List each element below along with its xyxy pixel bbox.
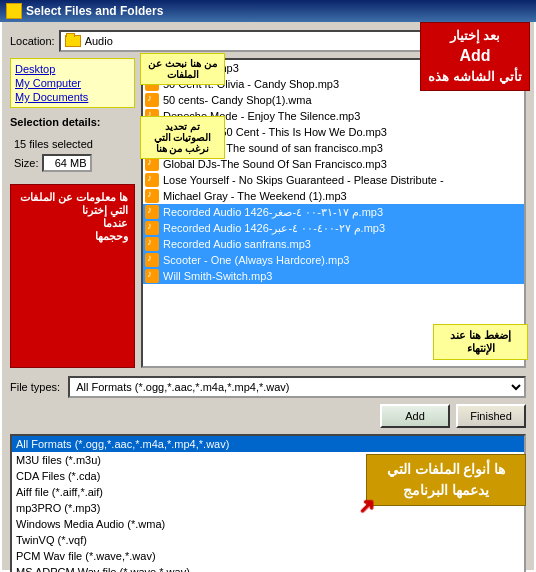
dropdown-item[interactable]: All Formats (*.ogg,*.aac,*.m4a,*.mp4,*.w…: [12, 436, 524, 452]
content-area: Desktop My Computer My Documents من هنا …: [10, 58, 526, 368]
file-item[interactable]: 50 Cent ft. Olivia - Candy Shop.mp3: [143, 76, 524, 92]
file-types-dropdown[interactable]: All Formats (*.ogg,*.aac,*.m4a,*.mp4,*.w…: [10, 434, 526, 572]
music-file-icon: [145, 253, 159, 267]
title-bar: Select Files and Folders: [0, 0, 536, 22]
nav-section: Desktop My Computer My Documents من هنا …: [10, 58, 135, 108]
music-file-icon: [145, 77, 159, 91]
dropdown-item[interactable]: TwinVQ (*.vqf): [12, 532, 524, 548]
dialog: بعد إختيار Add تأتي الشاشه هذه Location:…: [0, 22, 536, 572]
file-name: 09 Track 9.mp3: [163, 62, 239, 74]
dropdown-area: All Formats (*.ogg,*.aac,*.m4a,*.mp4,*.w…: [10, 434, 526, 572]
file-name: Game feat. 50 Cent - This Is How We Do.m…: [163, 126, 387, 138]
bottom-area: File types: All Formats (*.ogg,*.aac,*.m…: [10, 376, 526, 572]
file-item[interactable]: Global DJs - The sound of san francisco.…: [143, 140, 524, 156]
nav-desktop[interactable]: Desktop: [15, 63, 130, 75]
location-label: Location:: [10, 35, 55, 47]
file-list-wrapper: 09 Track 9.mp350 Cent ft. Olivia - Candy…: [141, 58, 526, 368]
music-file-icon: [145, 141, 159, 155]
music-file-icon: [145, 221, 159, 235]
title-icon: [6, 3, 22, 19]
title-text: Select Files and Folders: [26, 4, 163, 18]
file-name: Recorded Audio 1426-م ٢٧-٤٠٠-٠٠ ٤-عبر.mp…: [163, 222, 385, 235]
music-file-icon: [145, 173, 159, 187]
file-item[interactable]: Scooter - One (Always Hardcore).mp3: [143, 252, 524, 268]
size-label: Size:: [14, 157, 38, 169]
file-name: Will Smith-Switch.mp3: [163, 270, 272, 282]
selection-details-label: Selection details:: [10, 116, 135, 128]
file-types-select[interactable]: All Formats (*.ogg,*.aac,*.m4a,*.mp4,*.w…: [68, 376, 526, 398]
left-panel: Desktop My Computer My Documents من هنا …: [10, 58, 135, 368]
music-file-icon: [145, 61, 159, 75]
file-item[interactable]: Will Smith-Switch.mp3: [143, 268, 524, 284]
file-item[interactable]: Lose Yourself - No Skips Guaranteed - Pl…: [143, 172, 524, 188]
info-box-red: ها معلومات عن الملفات التي إخترنا عندما …: [10, 184, 135, 368]
dropdown-item[interactable]: Windows Media Audio (*.wma): [12, 516, 524, 532]
selection-section: Selection details: تم تحديد الصوتيات الت…: [10, 116, 135, 130]
file-item[interactable]: Depeche Mode - Enjoy The Silence.mp3: [143, 108, 524, 124]
dropdown-item[interactable]: mp3PRO (*.mp3): [12, 500, 524, 516]
file-item[interactable]: Recorded Audio 1426-م ١٧-٣١-٠٠ ٤-صغر.mp3: [143, 204, 524, 220]
file-list[interactable]: 09 Track 9.mp350 Cent ft. Olivia - Candy…: [141, 58, 526, 368]
size-value: 64 MB: [42, 154, 92, 172]
music-file-icon: [145, 157, 159, 171]
nav-mycomputer[interactable]: My Computer: [15, 77, 130, 89]
file-name: Global DJs-The Sound Of San Francisco.mp…: [163, 158, 387, 170]
add-button[interactable]: Add: [380, 404, 450, 428]
folder-icon: [65, 35, 81, 47]
files-selected-text: 15 files selected: [14, 138, 93, 150]
size-row: Size: 64 MB: [14, 154, 131, 172]
dropdown-item[interactable]: MS ADPCM Wav file (*.wave,*.wav): [12, 564, 524, 572]
dropdown-item[interactable]: PCM Wav file (*.wave,*.wav): [12, 548, 524, 564]
nav-links: Desktop My Computer My Documents: [10, 58, 135, 108]
music-file-icon: [145, 109, 159, 123]
location-value: Audio: [85, 35, 113, 47]
file-item[interactable]: 50 cents- Candy Shop(1).wma: [143, 92, 524, 108]
file-item[interactable]: Recorded Audio 1426-م ٢٧-٤٠٠-٠٠ ٤-عبر.mp…: [143, 220, 524, 236]
finished-button[interactable]: Finished: [456, 404, 526, 428]
file-types-label: File types:: [10, 381, 60, 393]
file-item[interactable]: Game feat. 50 Cent - This Is How We Do.m…: [143, 124, 524, 140]
file-name: Recorded Audio sanfrans.mp3: [163, 238, 311, 250]
location-row: Location: Audio: [10, 30, 526, 52]
file-name: 50 cents- Candy Shop(1).wma: [163, 94, 312, 106]
file-name: Depeche Mode - Enjoy The Silence.mp3: [163, 110, 360, 122]
music-file-icon: [145, 125, 159, 139]
file-name: Global DJs - The sound of san francisco.…: [163, 142, 383, 154]
file-name: Recorded Audio 1426-م ١٧-٣١-٠٠ ٤-صغر.mp3: [163, 206, 383, 219]
dropdown-item[interactable]: M3U files (*.m3u): [12, 452, 524, 468]
file-name: Scooter - One (Always Hardcore).mp3: [163, 254, 349, 266]
nav-mydocuments[interactable]: My Documents: [15, 91, 130, 103]
file-item[interactable]: Recorded Audio sanfrans.mp3: [143, 236, 524, 252]
music-file-icon: [145, 237, 159, 251]
file-item[interactable]: 09 Track 9.mp3: [143, 60, 524, 76]
files-selected-box: 15 files selected Size: 64 MB: [10, 134, 135, 176]
dropdown-item[interactable]: Aiff file (*.aiff,*.aif): [12, 484, 524, 500]
file-name: Lose Yourself - No Skips Guaranteed - Pl…: [163, 174, 444, 186]
file-item[interactable]: Global DJs-The Sound Of San Francisco.mp…: [143, 156, 524, 172]
music-file-icon: [145, 93, 159, 107]
file-name: 50 Cent ft. Olivia - Candy Shop.mp3: [163, 78, 339, 90]
dropdown-item[interactable]: CDA Files (*.cda): [12, 468, 524, 484]
file-item[interactable]: Michael Gray - The Weekend (1).mp3: [143, 188, 524, 204]
music-file-icon: [145, 189, 159, 203]
file-types-row: File types: All Formats (*.ogg,*.aac,*.m…: [10, 376, 526, 398]
music-file-icon: [145, 269, 159, 283]
buttons-row: Add Finished: [10, 404, 526, 428]
location-input[interactable]: Audio: [59, 30, 526, 52]
music-file-icon: [145, 205, 159, 219]
file-name: Michael Gray - The Weekend (1).mp3: [163, 190, 347, 202]
